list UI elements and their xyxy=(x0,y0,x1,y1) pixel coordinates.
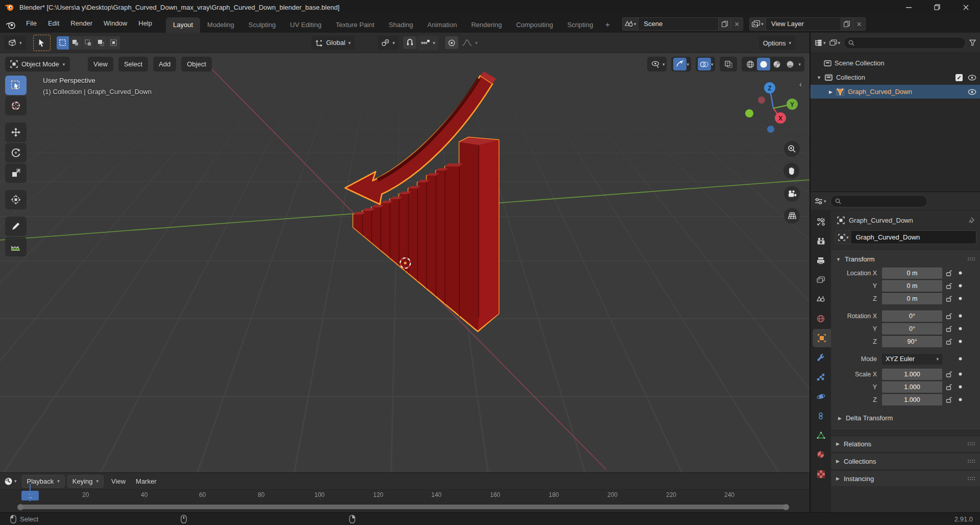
select-mode-set[interactable] xyxy=(57,36,69,50)
shading-wireframe-icon[interactable] xyxy=(744,58,757,70)
tool-transform[interactable] xyxy=(5,190,27,209)
instancing-panel[interactable]: ▶ Instancing xyxy=(831,470,980,486)
scene-selector[interactable]: Scene xyxy=(638,17,719,31)
tab-modifiers[interactable] xyxy=(811,348,831,367)
menu-help[interactable]: Help xyxy=(133,17,158,30)
properties-search-input[interactable] xyxy=(830,195,927,207)
animate-dot-icon[interactable] xyxy=(955,297,965,300)
relations-panel[interactable]: ▶ Relations xyxy=(831,436,980,451)
timeline-ruler[interactable]: 20 40 60 80 100 120 140 160 180 200 220 … xyxy=(0,490,810,502)
select-mode-intersect[interactable] xyxy=(108,36,120,50)
tab-sculpting[interactable]: Sculpting xyxy=(241,17,283,33)
tab-output[interactable] xyxy=(811,251,831,270)
blender-menu-icon[interactable] xyxy=(5,20,16,30)
collections-panel[interactable]: ▶ Collections xyxy=(831,453,980,469)
timeline-menu-marker[interactable]: Marker xyxy=(131,478,161,485)
minimize-button[interactable] xyxy=(894,0,923,14)
editor-type-timeline-icon[interactable]: ▾ xyxy=(4,477,17,486)
panel-grip-icon[interactable] xyxy=(967,442,975,446)
tab-physics[interactable] xyxy=(811,387,831,405)
view-layer-copy-icon[interactable] xyxy=(841,17,853,31)
viewport-3d[interactable]: Object Mode ▾ View Select Add Object ▾ ▾… xyxy=(0,53,810,472)
outliner-search-input[interactable] xyxy=(844,37,966,49)
tab-particles[interactable] xyxy=(811,368,831,386)
animate-dot-icon[interactable] xyxy=(955,271,965,275)
outliner-filter-icon[interactable] xyxy=(969,39,976,46)
tab-material[interactable] xyxy=(811,445,831,464)
timeline-menu-view[interactable]: View xyxy=(106,478,131,485)
tab-tool[interactable] xyxy=(811,212,831,231)
viewport-menu-select[interactable]: Select xyxy=(118,57,148,71)
hide-eye-icon[interactable] xyxy=(968,89,976,95)
expand-icon[interactable]: ▶ xyxy=(829,89,832,94)
tab-object-data[interactable] xyxy=(811,426,831,444)
rotation-z-field[interactable]: 90° xyxy=(882,336,942,347)
lock-icon[interactable] xyxy=(942,282,955,289)
tab-scene[interactable] xyxy=(811,290,831,308)
location-z-field[interactable]: 0 m xyxy=(882,293,942,304)
lock-icon[interactable] xyxy=(942,338,955,345)
tab-texture[interactable] xyxy=(811,465,831,483)
object-visibility-dropdown[interactable]: ▾ xyxy=(647,57,667,71)
snap-magnet-icon[interactable] xyxy=(403,36,416,49)
tab-shading[interactable]: Shading xyxy=(382,17,421,33)
animate-dot-icon[interactable] xyxy=(955,357,965,361)
lock-icon[interactable] xyxy=(942,295,955,302)
tool-rotate[interactable] xyxy=(5,143,27,162)
tab-render[interactable] xyxy=(811,232,831,250)
editor-type-properties-icon[interactable]: ▾ xyxy=(815,198,826,205)
tab-world[interactable] xyxy=(811,309,831,328)
rotation-y-field[interactable]: 0° xyxy=(882,323,942,335)
select-mode-extend[interactable] xyxy=(69,36,82,50)
camera-view-button[interactable] xyxy=(784,186,800,202)
outliner-row-object[interactable]: ▶ Graph_Curved_Down xyxy=(811,85,980,99)
tool-select-box[interactable] xyxy=(5,76,27,95)
animate-dot-icon[interactable] xyxy=(955,284,965,288)
scene-unlink-icon[interactable]: ✕ xyxy=(731,17,743,31)
scene-icon[interactable]: ▾ xyxy=(622,17,639,31)
panel-grip-icon[interactable] xyxy=(967,476,975,481)
tool-move[interactable] xyxy=(5,123,27,142)
viewport-menu-add[interactable]: Add xyxy=(153,57,176,71)
tab-uv-editing[interactable]: UV Editing xyxy=(283,17,328,33)
pin-icon[interactable] xyxy=(969,217,975,224)
tab-layout[interactable]: Layout xyxy=(166,17,200,33)
object-name-value[interactable]: Graph_Curved_Down xyxy=(851,233,925,241)
tab-texture-paint[interactable]: Texture Paint xyxy=(329,17,382,33)
view-layer-icon[interactable]: ▾ xyxy=(749,17,766,31)
overlays-toggle-group[interactable]: ▾ xyxy=(696,57,716,71)
select-mode-invert[interactable] xyxy=(95,36,107,50)
tool-annotate[interactable] xyxy=(5,217,27,236)
menu-edit[interactable]: Edit xyxy=(42,17,65,30)
close-button[interactable] xyxy=(951,0,980,14)
scale-z-field[interactable]: 1.000 xyxy=(882,394,942,405)
tab-constraints[interactable] xyxy=(811,407,831,425)
scale-y-field[interactable]: 1.000 xyxy=(882,381,942,393)
editor-type-3dview-icon[interactable]: ▾ xyxy=(4,36,26,50)
panel-grip-icon[interactable] xyxy=(967,257,975,261)
tab-scripting[interactable]: Scripting xyxy=(560,17,600,33)
show-overlays-icon[interactable] xyxy=(698,58,711,70)
hide-eye-icon[interactable] xyxy=(968,75,976,81)
tool-scale[interactable] xyxy=(5,163,27,183)
pivot-point-dropdown[interactable]: ▾ xyxy=(378,36,399,50)
viewport-menu-object[interactable]: Object xyxy=(181,57,212,71)
object-icon[interactable]: ▾ xyxy=(836,231,851,244)
viewport-menu-view[interactable]: View xyxy=(88,57,113,71)
tool-measure[interactable] xyxy=(5,237,27,256)
animate-dot-icon[interactable] xyxy=(955,372,965,376)
proportional-edit-icon[interactable] xyxy=(445,36,458,49)
location-y-field[interactable]: 0 m xyxy=(882,280,942,292)
rotation-mode-dropdown[interactable]: XYZ Euler ▾ xyxy=(882,353,942,365)
playback-menu[interactable]: Playback▾ xyxy=(22,475,65,488)
gizmos-toggle-group[interactable]: ▾ xyxy=(671,57,691,71)
options-button[interactable]: Options ▾ xyxy=(759,36,795,50)
xray-toggle[interactable] xyxy=(720,57,737,71)
timeline-scrollbar[interactable] xyxy=(18,505,788,509)
add-workspace-button[interactable]: + xyxy=(600,17,615,33)
collection-checkbox[interactable]: ✓ xyxy=(955,74,963,81)
tab-object[interactable] xyxy=(813,329,831,347)
delta-transform-panel[interactable]: ▶ Delta Transform xyxy=(831,410,980,425)
lock-icon[interactable] xyxy=(942,396,955,403)
lock-icon[interactable] xyxy=(942,371,955,377)
